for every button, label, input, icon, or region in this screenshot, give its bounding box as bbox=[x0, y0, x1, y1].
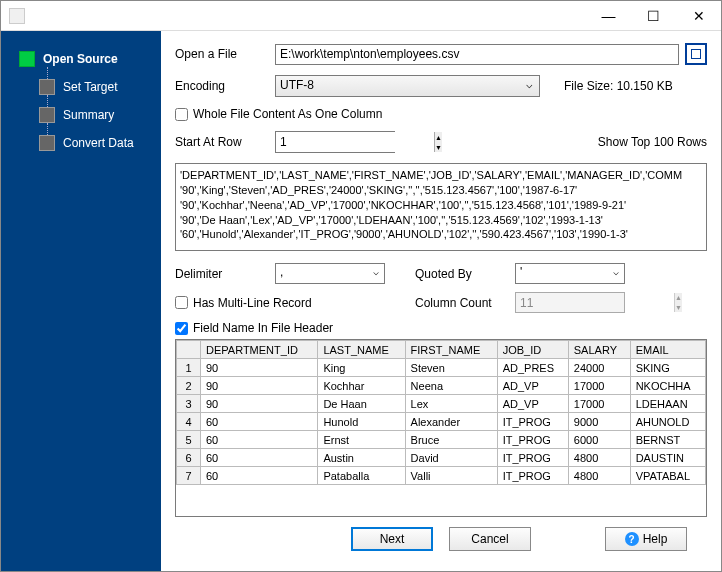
table-cell[interactable]: Neena bbox=[405, 377, 497, 395]
start-row-spinner[interactable]: ▲ ▼ bbox=[275, 131, 395, 153]
table-cell[interactable]: Alexander bbox=[405, 413, 497, 431]
table-cell[interactable]: Ernst bbox=[318, 431, 405, 449]
encoding-label: Encoding bbox=[175, 79, 275, 93]
table-cell[interactable]: 60 bbox=[201, 467, 318, 485]
sidebar-item-label: Set Target bbox=[63, 80, 117, 94]
row-number: 1 bbox=[177, 359, 201, 377]
encoding-select[interactable]: UTF-8 bbox=[275, 75, 540, 97]
sidebar-item-convert-data[interactable]: Convert Data bbox=[21, 129, 161, 157]
table-row[interactable]: 190KingStevenAD_PRES24000SKING bbox=[177, 359, 706, 377]
table-cell[interactable]: IT_PROG bbox=[497, 413, 568, 431]
table-cell[interactable]: 9000 bbox=[568, 413, 630, 431]
sidebar-item-summary[interactable]: Summary bbox=[21, 101, 161, 129]
data-table: DEPARTMENT_ID LAST_NAME FIRST_NAME JOB_I… bbox=[176, 340, 706, 485]
column-header[interactable]: JOB_ID bbox=[497, 341, 568, 359]
table-row[interactable]: 660AustinDavidIT_PROG4800DAUSTIN bbox=[177, 449, 706, 467]
table-cell[interactable]: VPATABAL bbox=[630, 467, 705, 485]
table-row[interactable]: 560ErnstBruceIT_PROG6000BERNST bbox=[177, 431, 706, 449]
table-cell[interactable]: Valli bbox=[405, 467, 497, 485]
file-size-label: File Size: 10.150 KB bbox=[564, 79, 673, 93]
table-cell[interactable]: SKING bbox=[630, 359, 705, 377]
table-cell[interactable]: BERNST bbox=[630, 431, 705, 449]
table-cell[interactable]: 60 bbox=[201, 431, 318, 449]
start-row-input[interactable] bbox=[276, 132, 434, 152]
field-header-checkbox[interactable]: Field Name In File Header bbox=[175, 321, 333, 335]
table-cell[interactable]: DAUSTIN bbox=[630, 449, 705, 467]
table-cell[interactable]: AD_VP bbox=[497, 377, 568, 395]
row-number-header bbox=[177, 341, 201, 359]
sidebar-item-open-source[interactable]: Open Source bbox=[1, 45, 161, 73]
spinner-down-icon[interactable]: ▼ bbox=[435, 142, 442, 152]
column-header[interactable]: DEPARTMENT_ID bbox=[201, 341, 318, 359]
table-cell[interactable]: David bbox=[405, 449, 497, 467]
table-cell[interactable]: 60 bbox=[201, 413, 318, 431]
whole-file-checkbox[interactable]: Whole File Content As One Column bbox=[175, 107, 382, 121]
column-header[interactable]: SALARY bbox=[568, 341, 630, 359]
table-cell[interactable]: 90 bbox=[201, 359, 318, 377]
table-cell[interactable]: IT_PROG bbox=[497, 431, 568, 449]
table-cell[interactable]: Lex bbox=[405, 395, 497, 413]
close-button[interactable]: ✕ bbox=[676, 1, 721, 30]
window-body: Open Source Set Target Summary Convert D… bbox=[1, 31, 721, 571]
step-marker-icon bbox=[19, 51, 35, 67]
sidebar-item-set-target[interactable]: Set Target bbox=[21, 73, 161, 101]
table-cell[interactable]: 90 bbox=[201, 377, 318, 395]
table-row[interactable]: 760PataballaValliIT_PROG4800VPATABAL bbox=[177, 467, 706, 485]
spinner-up-icon[interactable]: ▲ bbox=[435, 132, 442, 142]
table-cell[interactable]: Pataballa bbox=[318, 467, 405, 485]
delimiter-label: Delimiter bbox=[175, 267, 275, 281]
field-header-label: Field Name In File Header bbox=[193, 321, 333, 335]
multiline-checkbox[interactable]: Has Multi-Line Record bbox=[175, 296, 385, 310]
table-cell[interactable]: 60 bbox=[201, 449, 318, 467]
table-cell[interactable]: AD_VP bbox=[497, 395, 568, 413]
data-table-container[interactable]: DEPARTMENT_ID LAST_NAME FIRST_NAME JOB_I… bbox=[175, 339, 707, 517]
maximize-button[interactable]: ☐ bbox=[631, 1, 676, 30]
table-cell[interactable]: 4800 bbox=[568, 467, 630, 485]
table-cell[interactable]: 24000 bbox=[568, 359, 630, 377]
multiline-label: Has Multi-Line Record bbox=[193, 296, 312, 310]
next-button[interactable]: Next bbox=[351, 527, 433, 551]
column-header[interactable]: LAST_NAME bbox=[318, 341, 405, 359]
table-cell[interactable]: AD_PRES bbox=[497, 359, 568, 377]
file-path-input[interactable] bbox=[275, 44, 679, 65]
table-cell[interactable]: IT_PROG bbox=[497, 449, 568, 467]
preview-line: '90','De Haan','Lex','AD_VP','17000','LD… bbox=[180, 213, 702, 228]
table-cell[interactable]: 4800 bbox=[568, 449, 630, 467]
preview-line: '90','Kochhar','Neena','AD_VP','17000','… bbox=[180, 198, 702, 213]
titlebar: — ☐ ✕ bbox=[1, 1, 721, 31]
table-row[interactable]: 290KochharNeenaAD_VP17000NKOCHHA bbox=[177, 377, 706, 395]
table-cell[interactable]: LDEHAAN bbox=[630, 395, 705, 413]
table-cell[interactable]: Bruce bbox=[405, 431, 497, 449]
browse-file-button[interactable] bbox=[685, 43, 707, 65]
multiline-checkbox-input[interactable] bbox=[175, 296, 188, 309]
table-cell[interactable]: 17000 bbox=[568, 377, 630, 395]
delimiter-select[interactable]: , bbox=[275, 263, 385, 284]
whole-file-label: Whole File Content As One Column bbox=[193, 107, 382, 121]
field-header-checkbox-input[interactable] bbox=[175, 322, 188, 335]
table-cell[interactable]: Hunold bbox=[318, 413, 405, 431]
table-cell[interactable]: 6000 bbox=[568, 431, 630, 449]
table-cell[interactable]: Kochhar bbox=[318, 377, 405, 395]
table-cell[interactable]: NKOCHHA bbox=[630, 377, 705, 395]
column-count-label: Column Count bbox=[415, 296, 515, 310]
table-row[interactable]: 390De HaanLexAD_VP17000LDEHAAN bbox=[177, 395, 706, 413]
quoted-by-label: Quoted By bbox=[415, 267, 515, 281]
column-header[interactable]: FIRST_NAME bbox=[405, 341, 497, 359]
table-cell[interactable]: 90 bbox=[201, 395, 318, 413]
table-header-row: DEPARTMENT_ID LAST_NAME FIRST_NAME JOB_I… bbox=[177, 341, 706, 359]
cancel-button[interactable]: Cancel bbox=[449, 527, 531, 551]
column-header[interactable]: EMAIL bbox=[630, 341, 705, 359]
whole-file-checkbox-input[interactable] bbox=[175, 108, 188, 121]
table-cell[interactable]: 17000 bbox=[568, 395, 630, 413]
table-cell[interactable]: De Haan bbox=[318, 395, 405, 413]
minimize-button[interactable]: — bbox=[586, 1, 631, 30]
table-cell[interactable]: AHUNOLD bbox=[630, 413, 705, 431]
file-preview[interactable]: 'DEPARTMENT_ID','LAST_NAME','FIRST_NAME'… bbox=[175, 163, 707, 251]
table-cell[interactable]: King bbox=[318, 359, 405, 377]
help-button[interactable]: ? Help bbox=[605, 527, 687, 551]
table-row[interactable]: 460HunoldAlexanderIT_PROG9000AHUNOLD bbox=[177, 413, 706, 431]
table-cell[interactable]: Austin bbox=[318, 449, 405, 467]
table-cell[interactable]: Steven bbox=[405, 359, 497, 377]
quoted-by-select[interactable]: ' bbox=[515, 263, 625, 284]
table-cell[interactable]: IT_PROG bbox=[497, 467, 568, 485]
